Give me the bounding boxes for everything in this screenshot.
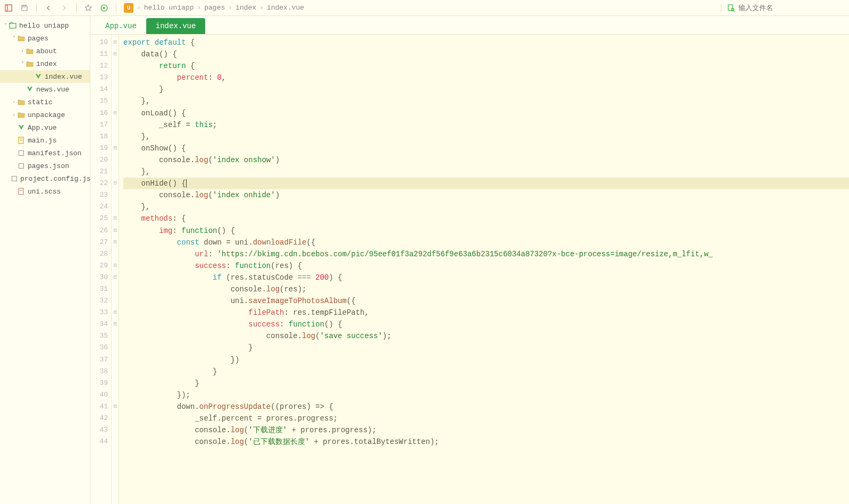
tree-item-project-config-json[interactable]: project.config.json xyxy=(0,172,90,185)
line-number: 32 xyxy=(90,295,108,307)
tree-label: pages xyxy=(28,35,48,43)
line-number: 35 xyxy=(90,330,108,342)
fold-marker[interactable]: ⊟ xyxy=(112,307,119,318)
fold-marker[interactable]: ⊟ xyxy=(112,142,119,154)
line-number: 24 xyxy=(90,201,108,213)
tree-item-index[interactable]: ˅index xyxy=(0,57,90,70)
code-line[interactable]: methods: { xyxy=(123,213,849,224)
code-line[interactable]: }, xyxy=(123,201,849,213)
code-line[interactable]: } xyxy=(123,377,849,389)
project-icon xyxy=(9,21,17,30)
breadcrumb-part[interactable]: index xyxy=(236,4,256,12)
line-number: 13 xyxy=(90,72,108,83)
fold-marker[interactable]: ⊟ xyxy=(112,37,119,48)
tree-item-manifest-json[interactable]: manifest.json xyxy=(0,147,90,159)
code-line[interactable]: console.log('save success'); xyxy=(123,330,849,342)
tree-item-pages[interactable]: ˅pages xyxy=(0,32,90,45)
code-line[interactable]: console.log('index onhide') xyxy=(123,189,849,201)
svg-rect-12 xyxy=(19,164,24,169)
fold-marker[interactable]: ⊟ xyxy=(112,401,119,413)
code-line[interactable]: onLoad() { xyxy=(123,107,849,119)
tree-item-uni-scss[interactable]: uni.scss xyxy=(0,185,90,198)
tree-item-news-vue[interactable]: news.vue xyxy=(0,83,90,96)
code-line[interactable]: console.log('下载进度' + prores.progress); xyxy=(123,424,849,436)
fold-marker[interactable]: ⊟ xyxy=(112,260,119,272)
line-number: 25 xyxy=(90,213,108,224)
code-line[interactable]: filePath: res.tempFilePath, xyxy=(123,307,849,318)
code-line[interactable]: data() { xyxy=(123,48,849,60)
fold-marker xyxy=(112,283,119,295)
tree-item-about[interactable]: ›about xyxy=(0,45,90,57)
fold-marker[interactable]: ⊟ xyxy=(112,107,119,119)
code-line[interactable]: const down = uni.downloadFile({ xyxy=(123,237,849,248)
fold-marker[interactable]: ⊟ xyxy=(112,272,119,283)
code-line[interactable]: }, xyxy=(123,166,849,178)
code-line[interactable]: success: function(res) { xyxy=(123,260,849,272)
fold-marker xyxy=(112,248,119,260)
code-line[interactable]: }, xyxy=(123,131,849,142)
line-number: 27 xyxy=(90,237,108,248)
code-line[interactable]: export default { xyxy=(123,37,849,48)
tree-item-pages-json[interactable]: pages.json xyxy=(0,159,90,172)
tree-item-App-vue[interactable]: App.vue xyxy=(0,121,90,134)
fold-marker xyxy=(112,424,119,436)
fold-marker[interactable]: ⊟ xyxy=(112,225,119,237)
code-editor[interactable]: 1011121314151617181920212223242526272829… xyxy=(90,35,849,504)
fold-marker[interactable]: ⊟ xyxy=(112,213,119,224)
svg-rect-14 xyxy=(19,188,23,195)
code-line[interactable]: _self.percent = prores.progress; xyxy=(123,413,849,424)
tree-item-static[interactable]: ›static xyxy=(0,96,90,108)
tree-label: manifest.json xyxy=(28,149,81,157)
fold-marker[interactable]: ⊟ xyxy=(112,178,119,189)
line-number: 11 xyxy=(90,48,108,60)
code-line[interactable]: }) xyxy=(123,354,849,366)
tab-app-vue[interactable]: App.vue xyxy=(96,18,146,34)
tree-item-main-js[interactable]: main.js xyxy=(0,134,90,147)
code-line[interactable]: console.log('已下载数据长度' + prores.totalByte… xyxy=(123,436,849,448)
breadcrumb-part[interactable]: pages xyxy=(204,4,225,12)
save-icon[interactable] xyxy=(20,4,29,12)
code-line[interactable]: console.log(res); xyxy=(123,283,849,295)
line-number: 19 xyxy=(90,142,108,154)
code-line[interactable]: }); xyxy=(123,389,849,401)
code-line[interactable]: if (res.statusCode === 200) { xyxy=(123,272,849,283)
tree-item-unpackage[interactable]: ›unpackage xyxy=(0,108,90,121)
breadcrumb-part[interactable]: hello uniapp xyxy=(144,4,194,12)
tree-label: uni.scss xyxy=(28,188,61,196)
fold-marker xyxy=(112,354,119,366)
folder-icon xyxy=(26,60,34,68)
code-line[interactable]: _self = this; xyxy=(123,119,849,131)
tab-index-vue[interactable]: index.vue xyxy=(146,18,206,34)
fold-marker[interactable]: ⊟ xyxy=(112,48,119,60)
fold-marker[interactable]: ⊟ xyxy=(112,318,119,330)
code-line[interactable]: down.onProgressUpdate((prores) => { xyxy=(123,401,849,413)
code-line[interactable]: success: function() { xyxy=(123,318,849,330)
code-line[interactable]: percent: 0, xyxy=(123,72,849,83)
code-line[interactable]: onShow() { xyxy=(123,142,849,154)
project-root[interactable]: ˅ hello uniapp xyxy=(0,19,90,32)
star-icon[interactable] xyxy=(84,4,93,12)
forward-icon[interactable] xyxy=(60,4,69,12)
run-icon[interactable] xyxy=(100,4,108,12)
tree-item-index-vue[interactable]: index.vue xyxy=(0,70,90,83)
tree-label: main.js xyxy=(28,137,57,145)
code-line[interactable]: console.log('index onshow') xyxy=(123,154,849,166)
file-search-icon[interactable] xyxy=(727,4,735,12)
code-line[interactable]: } xyxy=(123,83,849,95)
code-line[interactable]: url: 'https://bkimg.cdn.bcebos.com/pic/9… xyxy=(123,248,849,260)
back-icon[interactable] xyxy=(44,4,53,12)
tree-label: App.vue xyxy=(28,124,57,132)
code-line[interactable]: return { xyxy=(123,60,849,72)
code-line[interactable]: } xyxy=(123,342,849,354)
code-line[interactable]: } xyxy=(123,366,849,377)
code-line[interactable]: }, xyxy=(123,95,849,107)
code-line[interactable]: img: function() { xyxy=(123,225,849,237)
code-line[interactable]: uni.saveImageToPhotosAlbum({ xyxy=(123,295,849,307)
line-gutter: 1011121314151617181920212223242526272829… xyxy=(90,35,112,504)
code-content[interactable]: export default { data() { return { perce… xyxy=(119,35,849,504)
search-input[interactable] xyxy=(738,4,845,12)
panel-icon[interactable] xyxy=(4,4,13,12)
breadcrumb-part[interactable]: index.vue xyxy=(267,4,304,12)
code-line[interactable]: onHide() { xyxy=(123,178,849,189)
fold-marker[interactable]: ⊟ xyxy=(112,237,119,248)
